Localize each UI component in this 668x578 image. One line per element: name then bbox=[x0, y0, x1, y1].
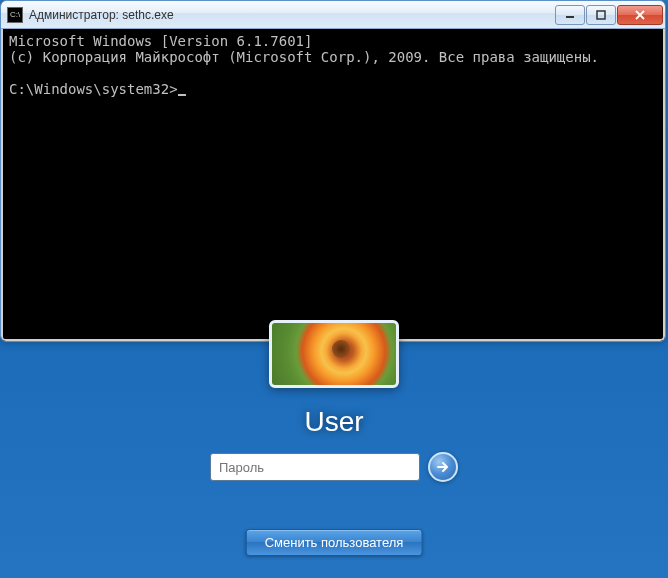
svg-rect-1 bbox=[597, 11, 605, 19]
login-area: User bbox=[174, 320, 494, 482]
flower-center-icon bbox=[332, 340, 350, 358]
submit-login-button[interactable] bbox=[428, 452, 458, 482]
user-avatar[interactable] bbox=[269, 320, 399, 388]
close-button[interactable] bbox=[617, 5, 663, 25]
minimize-button[interactable] bbox=[555, 5, 585, 25]
command-prompt-window: C:\ Администратор: sethc.exe Microsoft W… bbox=[0, 0, 666, 342]
text-cursor-icon bbox=[178, 94, 186, 96]
username-label: User bbox=[304, 406, 363, 438]
console-prompt: C:\Windows\system32> bbox=[9, 81, 178, 97]
console-line-2: (c) Корпорация Майкрософт (Microsoft Cor… bbox=[9, 49, 599, 65]
window-controls bbox=[554, 5, 663, 25]
minimize-icon bbox=[565, 10, 575, 20]
password-input[interactable] bbox=[210, 453, 420, 481]
console-line-1: Microsoft Windows [Version 6.1.7601] bbox=[9, 33, 312, 49]
password-row bbox=[210, 452, 458, 482]
window-title: Администратор: sethc.exe bbox=[29, 8, 554, 22]
svg-rect-0 bbox=[566, 16, 574, 18]
arrow-right-icon bbox=[435, 459, 451, 475]
maximize-button[interactable] bbox=[586, 5, 616, 25]
console-output[interactable]: Microsoft Windows [Version 6.1.7601] (c)… bbox=[1, 29, 665, 341]
window-titlebar[interactable]: C:\ Администратор: sethc.exe bbox=[1, 1, 665, 29]
maximize-icon bbox=[596, 10, 606, 20]
switch-user-button[interactable]: Сменить пользователя bbox=[246, 529, 423, 556]
close-icon bbox=[634, 10, 646, 20]
cmd-icon: C:\ bbox=[7, 7, 23, 23]
